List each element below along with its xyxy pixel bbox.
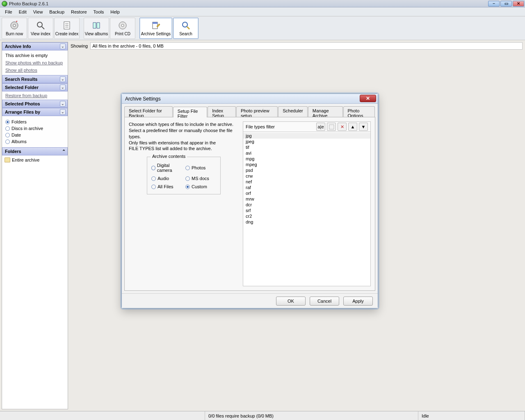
- toolbar-view-index[interactable]: View index: [28, 18, 53, 39]
- close-window-button[interactable]: ✕: [513, 1, 524, 7]
- menu-edit[interactable]: Edit: [16, 9, 30, 15]
- panel-selected-folder-header[interactable]: Selected Folder ⌄: [2, 83, 68, 91]
- maximize-button[interactable]: ▭: [500, 1, 512, 7]
- file-type-item[interactable]: mpeg: [243, 162, 370, 167]
- file-type-item[interactable]: orf: [243, 190, 370, 196]
- delete-ext-button[interactable]: ✕: [338, 123, 347, 131]
- panel-arrange-body: Folders Discs in archive Date Albums: [2, 116, 68, 147]
- tab-select-folder[interactable]: Select Folder for Backup: [124, 106, 173, 117]
- link-show-no-backup[interactable]: Show photos with no backup: [5, 60, 64, 65]
- panel-folders-header[interactable]: Folders ⌃: [2, 147, 68, 155]
- menu-file[interactable]: File: [2, 9, 16, 15]
- search-icon: [181, 21, 191, 30]
- folder-tree: Entire archive: [2, 155, 68, 409]
- link-show-all-photos[interactable]: Show all photos: [5, 68, 64, 73]
- menu-help[interactable]: Help: [107, 9, 123, 15]
- collapse-icon[interactable]: ⌄: [60, 84, 66, 90]
- preset-custom[interactable]: Custom: [185, 183, 216, 190]
- file-type-item[interactable]: dcr: [243, 202, 370, 208]
- tab-photo-options[interactable]: Photo Options: [343, 106, 375, 117]
- tab-photo-preview[interactable]: Photo preview setup: [236, 106, 278, 117]
- tab-setup-file-filter[interactable]: Setup File Filter: [173, 107, 207, 117]
- option-label: Date: [11, 132, 21, 137]
- svg-line-13: [187, 27, 189, 29]
- file-type-item[interactable]: mrw: [243, 196, 370, 202]
- arrange-option-folders[interactable]: Folders: [5, 119, 64, 125]
- panel-search-results-header[interactable]: Search Results ⌄: [2, 75, 68, 83]
- file-type-item[interactable]: cr2: [243, 213, 370, 219]
- svg-point-2: [37, 22, 42, 27]
- panel-arrange-header[interactable]: Arrange Files by ⌄: [2, 108, 68, 116]
- arrange-option-date[interactable]: Date: [5, 132, 64, 138]
- tab-index-setup[interactable]: Index Setup: [208, 106, 236, 117]
- file-type-item[interactable]: tif: [243, 144, 370, 150]
- dialog-close-button[interactable]: ✕: [360, 95, 376, 102]
- move-down-button[interactable]: ▼: [359, 123, 368, 131]
- link-restore-from-backup[interactable]: Restore from backup: [5, 93, 64, 98]
- notepad-pencil-icon: [151, 21, 161, 30]
- file-type-item[interactable]: jpeg: [243, 139, 370, 144]
- collapse-icon[interactable]: ⌃: [62, 149, 66, 154]
- menu-tools[interactable]: Tools: [90, 9, 107, 15]
- preset-msdocs[interactable]: MS docs: [185, 175, 216, 182]
- menu-view[interactable]: View: [30, 9, 46, 15]
- file-type-item[interactable]: nef: [243, 179, 370, 185]
- menu-backup[interactable]: Backup: [46, 9, 68, 15]
- option-label: Albums: [11, 139, 27, 144]
- toolbar-archive-settings[interactable]: Archive Settings: [139, 18, 172, 39]
- file-type-item[interactable]: avi: [243, 150, 370, 156]
- file-type-item[interactable]: crw: [243, 173, 370, 179]
- file-types-label: File types filter: [246, 124, 275, 129]
- dialog-titlebar: Archive Settings ✕: [122, 94, 378, 104]
- archive-contents-group: Archive contents Digital camera Photos A…: [147, 157, 221, 194]
- tree-item-entire-archive[interactable]: Entire archive: [5, 157, 65, 163]
- tab-manage-archive[interactable]: Manage Archive: [308, 106, 343, 117]
- apply-button[interactable]: Apply: [343, 297, 373, 306]
- file-type-item[interactable]: jpg: [243, 133, 370, 139]
- svg-rect-11: [153, 22, 158, 24]
- magnifier-icon: [36, 21, 46, 30]
- cancel-button[interactable]: Cancel: [310, 297, 339, 306]
- preset-photos[interactable]: Photos: [185, 162, 216, 173]
- edit-ext-button[interactable]: a|e: [316, 123, 325, 131]
- toolbar-search[interactable]: Search: [173, 18, 199, 39]
- panel-archive-info-header[interactable]: Archive Info ⌄: [2, 42, 68, 50]
- toolbar-view-albums[interactable]: View albums: [84, 18, 109, 39]
- tree-label: Entire archive: [12, 158, 39, 162]
- toolbar-create-index[interactable]: Create index: [54, 18, 80, 39]
- file-type-item[interactable]: dng: [243, 219, 370, 225]
- status-center: 0/0 files require backup (0/0 MB): [208, 413, 274, 418]
- preset-audio[interactable]: Audio: [151, 175, 182, 182]
- ok-button[interactable]: OK: [276, 297, 306, 306]
- minimize-button[interactable]: –: [488, 1, 500, 7]
- file-type-item[interactable]: psd: [243, 167, 370, 173]
- tab-scheduler[interactable]: Scheduler: [278, 106, 308, 117]
- move-up-button[interactable]: ▲: [348, 123, 357, 131]
- panel-selected-photos-header[interactable]: Selected Photos ⌄: [2, 100, 68, 108]
- toolbar-label: Search: [179, 32, 192, 36]
- menu-restore[interactable]: Restore: [68, 9, 90, 15]
- arrange-option-discs[interactable]: Discs in archive: [5, 125, 64, 132]
- archive-empty-text: This archive is empty: [5, 53, 48, 58]
- file-type-item[interactable]: mpg: [243, 156, 370, 162]
- toolbar-print-cd[interactable]: Print CD: [110, 18, 135, 39]
- toolbar-label: Create index: [55, 32, 79, 36]
- file-types-list[interactable]: jpgjpegtifavimpgmpegpsdcrwnefraforfmrwdc…: [243, 132, 371, 286]
- toolbar-label: View index: [31, 32, 50, 36]
- arrange-option-albums[interactable]: Albums: [5, 138, 64, 145]
- add-ext-button[interactable]: [327, 123, 336, 131]
- window-titlebar: Photo Backup 2.6.1 – ▭ ✕: [0, 0, 525, 7]
- file-type-item[interactable]: raf: [243, 185, 370, 190]
- toolbar-label: Print CD: [115, 32, 130, 36]
- file-type-item[interactable]: srf: [243, 208, 370, 213]
- preset-digital-camera[interactable]: Digital camera: [151, 162, 182, 173]
- collapse-icon[interactable]: ⌄: [60, 43, 66, 49]
- collapse-icon[interactable]: ⌄: [60, 76, 66, 82]
- preset-all-files[interactable]: All Files: [151, 183, 182, 190]
- toolbar-burn-now[interactable]: Burn now: [2, 18, 27, 39]
- option-label: Audio: [158, 176, 169, 181]
- collapse-icon[interactable]: ⌄: [60, 109, 66, 115]
- app-icon: [2, 1, 7, 7]
- panel-title: Archive Info: [5, 44, 31, 49]
- collapse-icon[interactable]: ⌄: [60, 101, 66, 107]
